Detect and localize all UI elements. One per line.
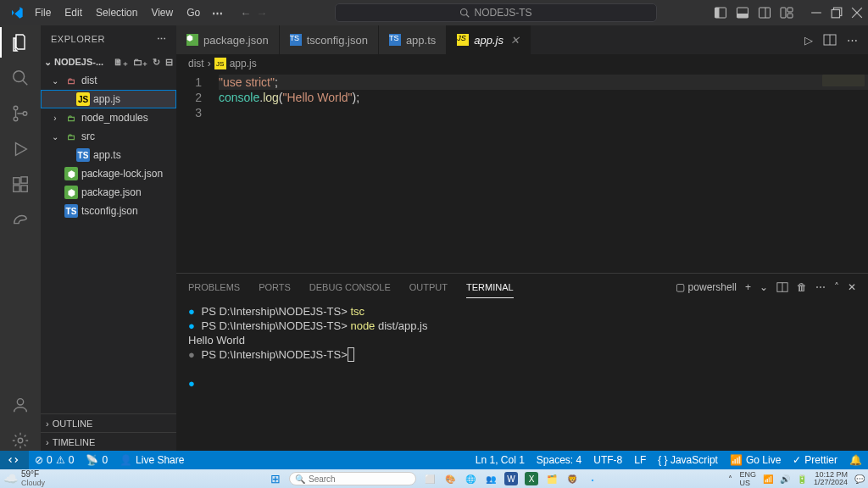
status-spaces[interactable]: Spaces: 4 (531, 454, 587, 466)
menu-edit[interactable]: Edit (58, 3, 88, 22)
panel-tab-terminal[interactable]: TERMINAL (466, 277, 514, 298)
word-icon[interactable]: W (504, 472, 518, 485)
panel-tab-debug-console[interactable]: DEBUG CONSOLE (309, 277, 391, 297)
new-file-icon[interactable]: 🗎₊ (114, 57, 128, 68)
tab-tsconfig-json[interactable]: TStsconfig.json (280, 25, 379, 54)
menu-go[interactable]: Go (181, 3, 206, 22)
layout-panel-right-icon[interactable] (758, 6, 771, 19)
collapse-icon[interactable]: ⊟ (165, 57, 173, 68)
nav-forward-icon[interactable]: → (256, 7, 267, 19)
svg-point-0 (460, 9, 467, 16)
status-eol[interactable]: LF (628, 454, 652, 466)
tray-wifi-icon[interactable]: 📶 (763, 474, 773, 484)
tray-clock[interactable]: 10:12 PM1/27/2024 (814, 471, 848, 486)
tree-item-app-js[interactable]: JSapp.js (41, 90, 176, 108)
tab-app-ts[interactable]: TSapp.ts (379, 25, 447, 54)
outline-section[interactable]: ›OUTLINE (41, 413, 176, 432)
start-icon[interactable]: ⊞ (269, 472, 282, 485)
editor-code[interactable]: 123 "use strict";console.log("Hello Worl… (176, 73, 868, 273)
terminal-output[interactable]: ● PS D:\Intership\NODEJS-TS> tsc ● PS D:… (176, 301, 868, 451)
taskview-icon[interactable]: ⬜ (423, 472, 437, 485)
layout-customize-icon[interactable] (780, 6, 793, 19)
teams-icon[interactable]: 👥 (484, 472, 498, 485)
activity-run-debug-icon[interactable] (10, 139, 31, 159)
minimize-icon[interactable] (810, 7, 822, 19)
activity-settings-icon[interactable] (10, 430, 31, 451)
minimap[interactable] (822, 75, 865, 86)
run-icon[interactable]: ▷ (804, 34, 813, 47)
panel-tab-ports[interactable]: PORTS (259, 277, 291, 297)
status-live-share[interactable]: 👤Live Share (114, 454, 190, 466)
terminal-dropdown-icon[interactable]: ⌄ (760, 276, 768, 298)
tray-language[interactable]: ENGUS (739, 470, 756, 487)
status-go-live[interactable]: 📶Go Live (724, 454, 787, 466)
timeline-section[interactable]: ›TIMELINE (41, 432, 176, 451)
layout-controls (714, 6, 793, 19)
tree-item-package-lock-json[interactable]: ⬢package-lock.json (41, 164, 176, 183)
tray-notifications-icon[interactable]: 💬 (854, 474, 865, 484)
status-language[interactable]: { } JavaScript (652, 454, 724, 466)
menu-file[interactable]: File (29, 3, 57, 22)
activity-search-icon[interactable] (10, 68, 31, 88)
terminal-more-icon[interactable]: ⋯ (815, 276, 826, 298)
tab-app-js[interactable]: JSapp.js✕ (447, 25, 531, 54)
terminal-profile[interactable]: ▢ powershell (676, 276, 737, 298)
tree-item-dist[interactable]: ⌄🗀dist (41, 71, 176, 90)
terminal-maximize-icon[interactable]: ˄ (834, 276, 839, 298)
tray-chevron-icon[interactable]: ˄ (728, 474, 732, 484)
split-editor-icon[interactable] (823, 33, 837, 47)
terminal-split-icon[interactable] (776, 281, 788, 293)
svg-rect-23 (21, 186, 27, 191)
explorer-more-icon[interactable]: ⋯ (157, 34, 167, 45)
terminal-new-icon[interactable]: + (745, 276, 751, 298)
tray-volume-icon[interactable]: 🔊 (780, 474, 790, 484)
excel-icon[interactable]: X (525, 472, 538, 485)
vscode-taskbar-icon[interactable]: ⬩ (586, 472, 599, 485)
nav-back-icon[interactable]: ← (240, 7, 251, 19)
menu-more-icon[interactable]: ⋯ (206, 3, 230, 23)
taskbar-search[interactable]: 🔍Search (289, 472, 416, 485)
activity-source-control-icon[interactable] (10, 103, 31, 124)
status-encoding[interactable]: UTF-8 (587, 454, 628, 466)
refresh-icon[interactable]: ↻ (153, 57, 160, 68)
activity-extensions-icon[interactable] (10, 175, 31, 195)
status-notifications-icon[interactable]: 🔔 (843, 454, 868, 466)
explorer-icon[interactable]: 🗂️ (545, 472, 559, 485)
tree-item-app-ts[interactable]: TSapp.ts (41, 146, 176, 164)
status-ports[interactable]: 📡0 (80, 454, 114, 466)
breadcrumb[interactable]: dist› JS app.js (176, 54, 868, 73)
menu-selection[interactable]: Selection (90, 3, 143, 22)
tree-item-src[interactable]: ⌄🗀src (41, 127, 176, 146)
status-prettier[interactable]: ✓Prettier (787, 454, 843, 466)
layout-panel-bottom-icon[interactable] (736, 6, 749, 19)
layout-panel-left-icon[interactable] (714, 6, 727, 19)
tab-package-json[interactable]: ⬢package.json (176, 25, 280, 54)
restore-icon[interactable] (831, 7, 843, 19)
remote-indicator[interactable] (0, 451, 29, 469)
tab-more-icon[interactable]: ⋯ (847, 34, 858, 47)
activity-remote-explorer-icon[interactable] (10, 210, 31, 230)
tree-item-package-json[interactable]: ⬢package.json (41, 183, 176, 202)
system-tray[interactable]: ˄ ENGUS 📶 🔊 🔋 10:12 PM1/27/2024 💬 (728, 470, 865, 487)
tab-close-icon[interactable]: ✕ (510, 34, 520, 47)
edge-icon[interactable]: 🌐 (464, 472, 477, 485)
terminal-close-icon[interactable]: ✕ (848, 276, 856, 298)
menu-view[interactable]: View (145, 3, 179, 22)
status-cursor[interactable]: Ln 1, Col 1 (470, 454, 531, 466)
panel-tab-output[interactable]: OUTPUT (409, 277, 448, 297)
taskbar-weather[interactable]: ☁️ 59°FCloudy (3, 470, 45, 487)
tree-item-node_modules[interactable]: ›🗀node_modules (41, 108, 176, 127)
close-icon[interactable] (851, 7, 863, 19)
brave-icon[interactable]: 🦁 (565, 472, 579, 485)
tray-battery-icon[interactable]: 🔋 (797, 474, 807, 484)
folder-header[interactable]: ⌄ NODEJS-... 🗎₊ 🗀₊ ↻ ⊟ (41, 53, 176, 71)
tree-item-tsconfig-json[interactable]: TStsconfig.json (41, 202, 176, 220)
new-folder-icon[interactable]: 🗀₊ (133, 57, 147, 68)
command-center-search[interactable]: NODEJS-TS (335, 3, 657, 22)
panel-tab-problems[interactable]: PROBLEMS (188, 277, 240, 297)
activity-account-icon[interactable] (10, 395, 31, 415)
terminal-kill-icon[interactable]: 🗑 (797, 276, 807, 298)
copilot-icon[interactable]: 🎨 (443, 472, 457, 485)
status-errors[interactable]: ⊘0⚠0 (29, 454, 80, 466)
activity-explorer-icon[interactable] (10, 32, 31, 53)
